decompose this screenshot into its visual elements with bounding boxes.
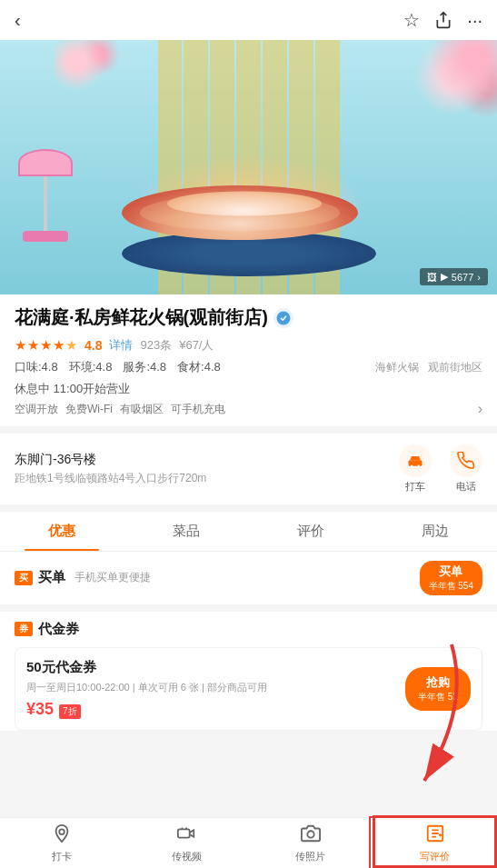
tab-reviews[interactable]: 评价 — [249, 512, 373, 551]
voucher-section: 券 代金券 50元代金券 周一至周日10:00-22:00 | 单次可用 6 张… — [0, 612, 497, 732]
svg-rect-7 — [178, 829, 190, 837]
content-area: 买 买单 手机买单更便捷 买单 半年售 554 券 代金券 50元代金券 周一至… — [0, 552, 497, 824]
tab-deals[interactable]: 优惠 — [0, 512, 124, 551]
tab-bar: 优惠 菜品 评价 周边 — [0, 512, 497, 552]
address-text: 东脚门-36号楼 距地铁1号线临顿路站4号入口步行720m — [15, 452, 399, 486]
more-button[interactable]: ··· — [467, 10, 482, 31]
divider-1 — [0, 426, 497, 434]
voucher-info: 50元代金券 周一至周日10:00-22:00 | 单次可用 6 张 | 部分商… — [26, 659, 405, 720]
photo-icon — [301, 823, 321, 848]
address-section: 东脚门-36号楼 距地铁1号线临顿路站4号入口步行720m 打车 电话 — [0, 434, 497, 504]
bottom-tab-bar: 打卡 传视频 传照片 写评价 — [0, 817, 497, 868]
tab-nearby[interactable]: 周边 — [373, 512, 497, 551]
svg-point-8 — [307, 831, 313, 837]
taxi-icon — [399, 444, 432, 477]
voucher-section-header: 券 代金券 — [0, 612, 497, 647]
bottom-tab-photo[interactable]: 传照片 — [249, 820, 373, 867]
checkin-icon — [52, 823, 72, 848]
rating-row: ★ ★ ★ ★ ★ 4.8 详情 923条 ¥67/人 — [15, 337, 482, 354]
bottom-tab-checkin[interactable]: 打卡 — [0, 820, 124, 867]
decoration-flowers-left — [55, 40, 127, 113]
buy-button[interactable]: 买单 半年售 554 — [420, 561, 482, 595]
share-button[interactable] — [434, 11, 452, 29]
svg-rect-2 — [409, 460, 422, 466]
taxi-button[interactable]: 打车 — [399, 444, 432, 494]
voucher-price-row: ¥35 7折 — [26, 700, 405, 719]
restaurant-name: 花满庭·私房鲜花火锅(观前街店) — [15, 305, 482, 330]
svg-point-4 — [418, 465, 421, 467]
back-button[interactable]: ‹ — [15, 10, 21, 31]
call-button[interactable]: 电话 — [450, 444, 482, 494]
buy-section-header: 买 买单 手机买单更便捷 买单 半年售 554 — [0, 552, 497, 604]
hero-image[interactable]: 🖼 ▶ 5677 › — [0, 40, 497, 294]
voucher-tag: 券 — [15, 622, 33, 636]
amenities-row: 空调开放 免费Wi-Fi 有吸烟区 可手机充电 › — [15, 401, 482, 426]
amenities-list: 空调开放 免费Wi-Fi 有吸烟区 可手机充电 — [15, 402, 225, 417]
decoration-flowers-right — [388, 40, 497, 131]
food-plate — [113, 158, 385, 276]
divider-2 — [0, 504, 497, 512]
voucher-buy-button[interactable]: 抢购 半年售 52 — [405, 667, 471, 711]
phone-icon — [450, 444, 482, 477]
amenities-expand-icon[interactable]: › — [478, 401, 482, 417]
write-review-icon — [425, 823, 445, 848]
decoration-carousel — [9, 149, 82, 258]
svg-point-3 — [411, 465, 413, 467]
stars: ★ ★ ★ ★ ★ — [15, 337, 77, 354]
video-icon — [176, 823, 196, 848]
buy-tag: 买 — [15, 571, 33, 585]
bookmark-button[interactable]: ☆ — [403, 9, 420, 31]
verified-badge — [273, 308, 293, 328]
svg-point-6 — [60, 829, 65, 834]
sub-ratings: 口味:4.8 环境:4.8 服务:4.8 食材:4.8 海鲜火锅 观前街地区 — [15, 359, 482, 375]
bottom-tab-video[interactable]: 传视频 — [124, 820, 249, 867]
hours: 休息中 11:00开始营业 — [15, 381, 482, 397]
voucher-card: 50元代金券 周一至周日10:00-22:00 | 单次可用 6 张 | 部分商… — [15, 647, 482, 732]
image-count-badge: 🖼 ▶ 5677 › — [420, 268, 488, 285]
tab-menu[interactable]: 菜品 — [124, 512, 249, 551]
address-actions: 打车 电话 — [399, 444, 482, 494]
restaurant-info: 花满庭·私房鲜花火锅(观前街店) ★ ★ ★ ★ ★ 4.8 详情 923条 ¥… — [0, 294, 497, 426]
bottom-tab-review[interactable]: 写评价 — [373, 820, 497, 867]
top-bar: ‹ ☆ ··· — [0, 0, 497, 40]
svg-point-1 — [276, 311, 290, 324]
buy-section: 买 买单 手机买单更便捷 买单 半年售 554 — [0, 552, 497, 604]
